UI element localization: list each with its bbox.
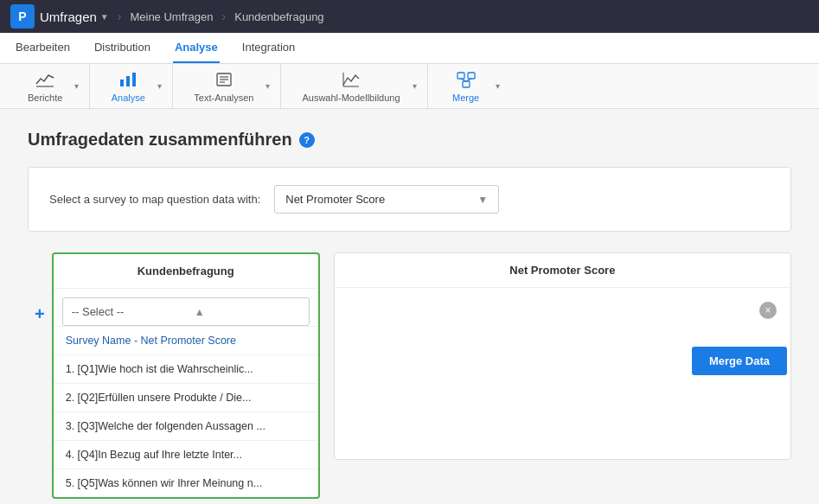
svg-rect-11 (468, 73, 475, 79)
nav-item-integration[interactable]: Integration (240, 33, 297, 63)
toolbar-group-merge: Merge ▾ (432, 64, 510, 108)
breadcrumb-separator: › (118, 10, 122, 23)
toolbar-group-text: Text-Analysen ▾ (176, 64, 281, 108)
list-item-q3[interactable]: 3. [Q3]Welche der folgenden Aussagen ... (54, 411, 318, 440)
list-item-q4[interactable]: 4. [Q4]In Bezug auf Ihre letzte Inter... (54, 440, 318, 469)
nav-item-analyse[interactable]: Analyse (173, 33, 220, 63)
svg-rect-10 (457, 73, 464, 79)
toolbar: Berichte ▾ Analyse ▾ (0, 64, 819, 109)
mapping-list: Survey Name - Net Promoter Score 1. [Q1]… (54, 326, 318, 497)
right-mapping-panel: Net Promoter Score × Merge Data (334, 252, 791, 460)
survey-dropdown-arrow: ▼ (477, 194, 488, 206)
list-item-q5[interactable]: 5. [Q5]Was können wir Ihrer Meinung n... (54, 469, 318, 497)
remove-mapping-button[interactable]: × (759, 302, 777, 319)
toolbar-btn-berichte[interactable]: Berichte (19, 66, 71, 106)
question-select-dropdown[interactable]: -- Select -- ▲ (62, 297, 310, 326)
toolbar-group-analyse: Analyse ▾ (93, 64, 173, 108)
berichte-dropdown-arrow[interactable]: ▾ (73, 64, 80, 108)
select-placeholder: -- Select -- (63, 298, 186, 325)
list-item-q2[interactable]: 2. [Q2]Erfüllen unsere Produkte / Die... (54, 383, 318, 411)
left-panel-header: Kundenbefragung (54, 254, 318, 289)
left-mapping-panel: Kundenbefragung -- Select -- ▲ Survey Na… (52, 252, 320, 499)
merge-dropdown-arrow[interactable]: ▾ (494, 64, 502, 108)
model-dropdown-arrow[interactable]: ▾ (411, 64, 419, 108)
list-item-survey-name[interactable]: Survey Name - Net Promoter Score (54, 326, 318, 354)
select-survey-label: Select a survey to map question data wit… (49, 193, 260, 206)
survey-dropdown[interactable]: Net Promoter Score ▼ (274, 185, 499, 214)
nav-item-distribution[interactable]: Distribution (93, 33, 152, 63)
text-icon (214, 69, 234, 90)
toolbar-btn-text[interactable]: Text-Analysen (185, 66, 262, 106)
right-panel-body: × (335, 288, 790, 333)
svg-rect-3 (132, 73, 136, 86)
breadcrumb-current: Kundenbefragung (234, 10, 323, 23)
select-survey-card: Select a survey to map question data wit… (28, 167, 791, 232)
svg-rect-1 (120, 80, 124, 86)
app-name[interactable]: Umfragen ▼ (40, 10, 109, 24)
second-nav: Bearbeiten Distribution Analyse Integrat… (0, 33, 819, 64)
app-name-chevron: ▼ (100, 12, 109, 22)
top-bar: P Umfragen ▼ › Meine Umfragen › Kundenbe… (0, 0, 819, 33)
breadcrumb-meine-umfragen[interactable]: Meine Umfragen (130, 10, 213, 23)
survey-dropdown-value: Net Promoter Score (285, 193, 385, 206)
help-icon[interactable]: ? (299, 132, 315, 148)
merge-data-button[interactable]: Merge Data (692, 347, 787, 375)
merge-icon (456, 69, 477, 90)
nav-item-bearbeiten[interactable]: Bearbeiten (14, 33, 72, 63)
toolbar-btn-analyse[interactable]: Analyse (102, 66, 154, 106)
model-icon (341, 69, 362, 90)
analyse-icon (118, 69, 138, 90)
text-analysen-label: Text-Analysen (194, 93, 253, 103)
list-item-q1[interactable]: 1. [Q1]Wie hoch ist die Wahrscheinlic... (54, 354, 318, 383)
page-title: Umfragedaten zusammenführen (28, 130, 292, 150)
analyse-dropdown-arrow[interactable]: ▾ (156, 64, 163, 108)
page-title-area: Umfragedaten zusammenführen ? (28, 130, 791, 150)
add-mapping-button[interactable]: + (28, 304, 52, 324)
toolbar-group-berichte: Berichte ▾ (10, 64, 90, 108)
main-content: Umfragedaten zusammenführen ? Select a s… (0, 109, 819, 504)
mapping-area: + Kundenbefragung -- Select -- ▲ Survey … (28, 252, 791, 499)
chart-icon (35, 69, 55, 90)
svg-rect-2 (126, 76, 130, 86)
analyse-label: Analyse (112, 93, 145, 103)
app-logo: P (10, 4, 35, 29)
breadcrumb-separator-2: › (222, 10, 227, 23)
svg-rect-12 (463, 81, 470, 87)
text-dropdown-arrow[interactable]: ▾ (264, 64, 272, 108)
toolbar-btn-model[interactable]: Auswahl-Modellbildung (293, 66, 408, 106)
model-label: Auswahl-Modellbildung (302, 93, 400, 103)
toolbar-group-model: Auswahl-Modellbildung ▾ (285, 64, 427, 108)
right-panel-header: Net Promoter Score (335, 253, 790, 288)
merge-label: Merge (452, 93, 479, 103)
berichte-label: Berichte (28, 93, 62, 103)
select-up-arrow: ▲ (186, 306, 309, 318)
merge-btn-area: Merge Data (335, 347, 790, 375)
toolbar-btn-merge[interactable]: Merge (440, 66, 492, 106)
